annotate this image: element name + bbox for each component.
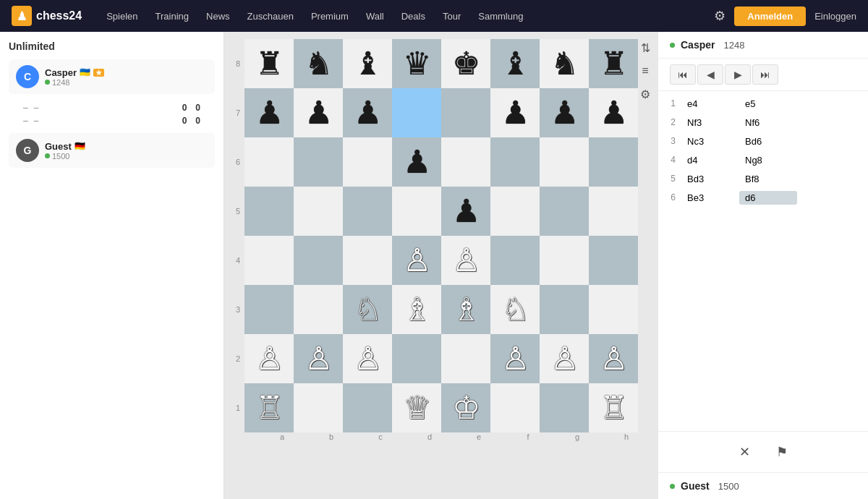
board-square[interactable]: ♜ (589, 39, 638, 88)
settings-icon[interactable]: ⚙ (714, 8, 726, 24)
anmelden-button[interactable]: Anmelden (734, 7, 806, 26)
board-square[interactable] (589, 187, 638, 236)
board-square[interactable] (441, 334, 490, 383)
close-button[interactable]: ✕ (731, 439, 757, 465)
board-square[interactable] (244, 187, 294, 236)
board-square[interactable] (343, 236, 392, 285)
board-square[interactable]: ♟ (294, 88, 343, 137)
board-square[interactable] (540, 236, 589, 285)
board-square[interactable]: ♙ (441, 236, 490, 285)
move-white[interactable]: Be3 (681, 191, 739, 205)
board-square[interactable]: ♙ (589, 334, 638, 383)
move-black[interactable]: Nf6 (739, 116, 797, 129)
board-square[interactable]: ♕ (392, 383, 441, 432)
board-square[interactable] (490, 236, 540, 285)
settings-board-button[interactable]: ⚙ (637, 85, 654, 103)
board-square[interactable] (343, 383, 392, 432)
move-white[interactable]: Nc3 (681, 135, 739, 148)
nav-spielen[interactable]: Spielen (99, 8, 145, 25)
board-square[interactable]: ♟ (490, 88, 540, 137)
board-square[interactable]: ♟ (441, 187, 490, 236)
board-square[interactable] (540, 383, 589, 432)
board-square[interactable]: ♟ (343, 88, 392, 137)
board-square[interactable] (244, 137, 294, 187)
board-square[interactable] (244, 285, 294, 334)
board-square[interactable] (589, 236, 638, 285)
board-square[interactable] (294, 236, 343, 285)
move-white[interactable]: d4 (681, 153, 739, 167)
move-black[interactable]: d6 (739, 191, 797, 205)
nav-premium[interactable]: Premium (304, 8, 356, 25)
board-square[interactable]: ♖ (589, 383, 638, 432)
board-square[interactable]: ♙ (490, 334, 540, 383)
move-black[interactable]: Bd6 (739, 135, 797, 148)
next-move-button[interactable]: ▶ (725, 64, 751, 85)
board-square[interactable]: ♙ (392, 236, 441, 285)
nav-wall[interactable]: Wall (359, 8, 391, 25)
board-square[interactable] (540, 187, 589, 236)
board-square[interactable] (294, 137, 343, 187)
nav-sammlung[interactable]: Sammlung (471, 8, 530, 25)
flag-button[interactable]: ⚑ (769, 439, 795, 465)
board-square[interactable]: ♝ (490, 39, 540, 88)
board-square[interactable]: ♞ (294, 39, 343, 88)
board-square[interactable] (441, 137, 490, 187)
board-square[interactable] (244, 236, 294, 285)
board-square[interactable]: ♙ (343, 334, 392, 383)
einloggen-button[interactable]: Einloggen (814, 11, 856, 22)
board-square[interactable] (540, 137, 589, 187)
board-square[interactable]: ♗ (441, 285, 490, 334)
first-move-button[interactable]: ⏮ (670, 64, 696, 85)
board-square[interactable] (294, 383, 343, 432)
move-white[interactable]: Bd3 (681, 172, 739, 186)
board-square[interactable]: ♙ (244, 334, 294, 383)
board-square[interactable]: ♙ (294, 334, 343, 383)
board-square[interactable] (589, 137, 638, 187)
nav-deals[interactable]: Deals (394, 8, 433, 25)
board-square[interactable] (392, 88, 441, 137)
logo[interactable]: ♟ chess24 (12, 6, 82, 26)
board-square[interactable]: ♞ (540, 39, 589, 88)
board-square[interactable] (490, 187, 540, 236)
move-white[interactable]: Nf3 (681, 116, 739, 129)
board-square[interactable]: ♟ (540, 88, 589, 137)
prev-move-button[interactable]: ◀ (697, 64, 723, 85)
move-list-toggle[interactable]: ≡ (637, 62, 654, 80)
board-square[interactable] (490, 137, 540, 187)
board-square[interactable] (343, 187, 392, 236)
nav-zuschauen[interactable]: Zuschauen (240, 8, 301, 25)
board-square[interactable]: ♟ (589, 88, 638, 137)
move-white[interactable]: e4 (681, 97, 739, 111)
board-square[interactable]: ♔ (441, 383, 490, 432)
board-square[interactable]: ♟ (392, 137, 441, 187)
board-square[interactable]: ♝ (343, 39, 392, 88)
board-square[interactable] (392, 187, 441, 236)
chess-board[interactable]: ♜♞♝♛♚♝♞♜♟♟♟♟♟♟♟♟♙♙♘♗♗♘♙♙♙♙♙♙♖♕♔♖ (244, 39, 638, 432)
board-square[interactable]: ♗ (392, 285, 441, 334)
nav-tour[interactable]: Tour (435, 8, 468, 25)
nav-news[interactable]: News (199, 8, 237, 25)
board-square[interactable]: ♖ (244, 383, 294, 432)
move-black[interactable]: e5 (739, 97, 797, 111)
board-square[interactable] (343, 137, 392, 187)
board-square[interactable]: ♛ (392, 39, 441, 88)
board-square[interactable]: ♘ (490, 285, 540, 334)
flip-board-button[interactable]: ⇅ (637, 39, 654, 56)
move-black[interactable]: Bf8 (739, 172, 797, 186)
board-square[interactable] (441, 88, 490, 137)
nav-training[interactable]: Training (148, 8, 196, 25)
board-square[interactable]: ♜ (244, 39, 294, 88)
black-piece: ♝ (501, 48, 529, 80)
move-black[interactable]: Ng8 (739, 153, 797, 167)
board-square[interactable] (392, 334, 441, 383)
board-square[interactable]: ♙ (540, 334, 589, 383)
last-move-button[interactable]: ⏭ (752, 64, 778, 85)
board-square[interactable] (540, 285, 589, 334)
board-square[interactable] (589, 285, 638, 334)
board-square[interactable] (294, 187, 343, 236)
board-square[interactable]: ♘ (343, 285, 392, 334)
board-square[interactable]: ♚ (441, 39, 490, 88)
board-square[interactable] (490, 383, 540, 432)
board-square[interactable] (294, 285, 343, 334)
board-square[interactable]: ♟ (244, 88, 294, 137)
